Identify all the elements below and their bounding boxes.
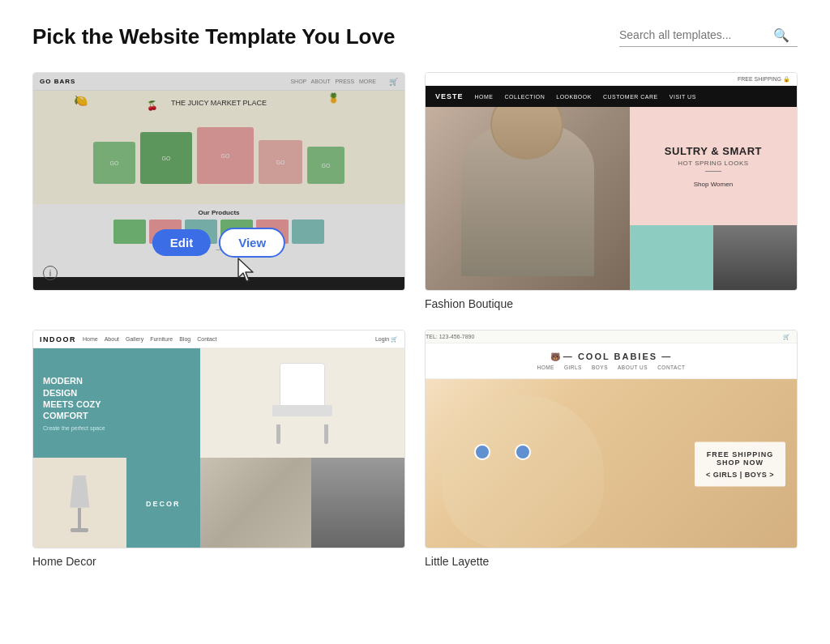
template-label-fashion: Fashion Boutique [425,297,798,310]
baby-topbar-text: TEL: 123-456-7890 [426,334,474,339]
baby-topbar-icon: 🛒 [783,334,790,340]
overlay-buttons: Edit View [152,228,285,258]
fashion-nav-logo: VESTE [435,92,464,100]
decor-sofa-panel [311,458,404,548]
baby-nav-boys: BOYS [592,365,608,370]
baby-overlay-box: FREE SHIPPINGSHOP NOW < GIRLS | BOYS > [695,442,785,487]
decor-nav-blog: Blog [179,336,190,342]
fashion-dark-panel [713,225,797,290]
template-label-decor: Home Decor [32,555,405,568]
template-label-baby: Little Layette [425,555,798,568]
page-header: Pick the Website Template You Love 🔍 [32,24,798,49]
decor-chair-panel [200,348,404,458]
baby-nav-contact: CONTACT [657,365,685,370]
chair-leg-right [324,424,328,444]
decor-nav-login: Login 🛒 [375,336,398,343]
decor-nav-home: Home [83,336,98,342]
fashion-divider [705,171,721,172]
fashion-hero-title: SULTRY & SMART [665,145,762,157]
template-preview-baby: TEL: 123-456-7890 🛒 🐻 — COOL BABIES — HO… [425,330,798,548]
fashion-topbar-text: FREE SHIPPING [738,76,781,82]
decor-hero-title: MODERNDESIGNMEETS COZYCOMFORT [43,375,190,421]
chair-leg-left [276,424,280,444]
fashion-text-block: SULTRY & SMART HOT SPRING LOOKS Shop Wom… [630,107,797,225]
fashion-nav-home: HOME [475,94,494,100]
blanket-photo [200,458,311,548]
decor-hero-sub: Create the perfect space [43,425,190,431]
decor-nav-gallery: Gallery [126,336,143,342]
baby-face-shape [442,395,604,548]
templates-grid: GO BARS SHOP ABOUT PRESS MORE 🛒 🍋 🍍 🍒 TH… [32,72,798,568]
decor-teal-panel: DECOR [126,458,201,548]
lamp-illustration [67,476,92,532]
fashion-topbar: FREE SHIPPING 🔒 [426,73,797,86]
fashion-nav-visit: VISIT US [670,94,696,100]
search-input[interactable] [619,28,773,41]
cursor-icon [235,257,258,290]
baby-overlay-title: FREE SHIPPINGSHOP NOW [706,450,774,467]
lamp-base [71,528,88,532]
baby-nav-about: ABOUT US [618,365,648,370]
template-preview-decor: INDOOR Home About Gallery Furniture Blog… [32,330,405,548]
decor-logo: INDOOR [40,335,76,343]
fashion-hero-link: Shop Women [694,181,733,188]
baby-hero: FREE SHIPPINGSHOP NOW < GIRLS | BOYS > [426,379,797,548]
baby-eye-left [474,444,490,460]
template-card-baby[interactable]: TEL: 123-456-7890 🛒 🐻 — COOL BABIES — HO… [425,330,798,568]
template-overlay-1: i Edit View [33,73,404,290]
search-wrapper: 🔍 [619,28,798,47]
baby-eyes [474,444,531,460]
baby-overlay-links: < GIRLS | BOYS > [706,471,774,479]
decor-nav-contact: Contact [197,336,216,342]
sofa-photo [311,458,404,548]
fashion-model-bg [426,107,630,290]
decor-nav: INDOOR Home About Gallery Furniture Blog… [33,331,404,348]
decor-chair-illustration [270,363,335,444]
info-icon[interactable]: i [43,266,58,280]
edit-button[interactable]: Edit [152,229,211,256]
baby-logo: — COOL BABIES — [563,352,672,361]
fashion-left [426,107,630,290]
baby-eye-right [515,444,531,460]
baby-nav-items: HOME GIRLS BOYS ABOUT US CONTACT [537,365,685,370]
view-button[interactable]: View [219,228,285,258]
fashion-model-head [490,107,563,160]
fashion-model-silhouette [461,121,594,276]
fashion-nav-collection: COLLECTION [505,94,545,100]
fashion-bottom-images [630,225,797,290]
baby-topbar: TEL: 123-456-7890 🛒 [426,331,797,343]
template-preview-fashion: FREE SHIPPING 🔒 VESTE HOME COLLECTION LO… [425,72,798,291]
decor-nav-about: About [105,336,119,342]
fashion-man [713,225,797,290]
baby-logo-row: 🐻 — COOL BABIES — [550,352,672,361]
decor-lamp-panel [33,458,126,548]
fashion-hero-subtitle: HOT SPRING LOOKS [678,160,748,167]
baby-nav-home: HOME [537,365,554,370]
fashion-teal-panel [630,225,713,290]
decor-bottom-grid: DECOR [33,458,404,548]
lamp-shade [67,476,92,508]
fashion-nav-lookbook: LOOKBOOK [556,94,592,100]
baby-nav-girls: GIRLS [564,365,582,370]
baby-nav: 🐻 — COOL BABIES — HOME GIRLS BOYS ABOUT … [426,343,797,379]
template-card-decor[interactable]: INDOOR Home About Gallery Furniture Blog… [32,330,405,568]
template-card-fashion[interactable]: FREE SHIPPING 🔒 VESTE HOME COLLECTION LO… [425,72,798,310]
decor-blanket-panel [200,458,311,548]
decor-nav-furniture: Furniture [150,336,173,342]
lamp-pole [78,508,81,528]
fashion-topbar-icon: 🔒 [783,76,790,83]
fashion-content: SULTRY & SMART HOT SPRING LOOKS Shop Wom… [426,107,797,290]
decor-hero: MODERNDESIGNMEETS COZYCOMFORT Create the… [33,348,404,458]
template-preview-go-bars: GO BARS SHOP ABOUT PRESS MORE 🛒 🍋 🍍 🍒 TH… [32,72,405,291]
baby-photo: FREE SHIPPINGSHOP NOW < GIRLS | BOYS > [426,379,797,548]
chair-back [280,363,325,407]
baby-bear-icon: 🐻 [550,352,560,361]
search-icon[interactable]: 🔍 [773,28,789,43]
decor-text-panel: MODERNDESIGNMEETS COZYCOMFORT Create the… [33,348,200,458]
decor-teal-label: DECOR [146,500,181,508]
fashion-nav-care: CUSTOMER CARE [603,94,658,100]
fashion-right: SULTRY & SMART HOT SPRING LOOKS Shop Wom… [630,107,797,290]
template-card-go-bars[interactable]: GO BARS SHOP ABOUT PRESS MORE 🛒 🍋 🍍 🍒 TH… [32,72,405,310]
chair-seat [272,405,332,416]
fashion-nav: VESTE HOME COLLECTION LOOKBOOK CUSTOMER … [426,86,797,107]
